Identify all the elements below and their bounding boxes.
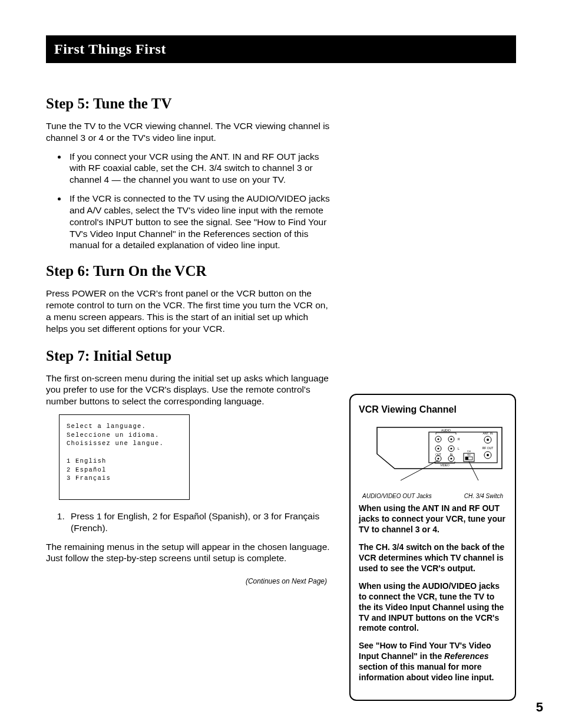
- label-rfout: RF OUT: [482, 446, 493, 450]
- sidebar-p1: When using the ANT IN and RF OUT jacks t…: [359, 503, 507, 535]
- sidebar-p2: The CH. 3/4 switch on the back of the VC…: [359, 542, 507, 574]
- svg-point-9: [450, 448, 452, 450]
- sidebar-p4: See "How to Find Your TV's Video Input C…: [359, 641, 507, 683]
- svg-text:CH: CH: [467, 450, 471, 453]
- step6-title: Step 6: Turn On the VCR: [46, 263, 332, 279]
- page-number: 5: [536, 700, 543, 715]
- vcr-channel-box: VCR Viewing Channel AUDIO R: [349, 394, 516, 701]
- main-column: Step 5: Tune the TV Tune the TV to the V…: [46, 95, 332, 704]
- step7-ol: Press 1 for English, 2 for Español (Span…: [46, 510, 332, 534]
- continues-note: (Continues on Next Page): [46, 577, 327, 585]
- step7-title: Step 7: Initial Setup: [46, 348, 332, 364]
- side-column: VCR Viewing Channel AUDIO R: [349, 95, 516, 704]
- sidebar-p3: When using the AUDIO/VIDEO jacks to conn…: [359, 581, 507, 634]
- language-screen: Select a language. Seleccione un idioma.…: [59, 414, 190, 500]
- svg-point-5: [450, 439, 452, 440]
- diag-label-left: AUDIO/VIDEO OUT Jacks: [362, 492, 432, 500]
- section-header: First Things First: [46, 35, 516, 63]
- svg-point-20: [487, 439, 489, 441]
- svg-point-11: [437, 458, 439, 460]
- step5-bullet-1: If you connect your VCR using the ANT. I…: [67, 151, 332, 186]
- label-antin: ANT. IN: [482, 431, 493, 435]
- svg-point-3: [437, 439, 439, 440]
- label-audio: AUDIO: [441, 429, 451, 432]
- step5-intro: Tune the TV to the VCR viewing channel. …: [46, 120, 332, 144]
- diag-label-right: CH. 3/4 Switch: [464, 492, 503, 500]
- svg-text:3|4: 3|4: [467, 453, 471, 456]
- step7-ol-1: Press 1 for English, 2 for Español (Span…: [67, 510, 332, 534]
- svg-rect-16: [465, 457, 468, 460]
- label-video: VIDEO: [440, 463, 449, 467]
- step7-intro: The first on-screen menu during the init…: [46, 373, 332, 407]
- step5-title: Step 5: Tune the TV: [46, 95, 332, 112]
- vcr-panel-diagram: AUDIO R L OUT IN V: [359, 421, 507, 486]
- sidebar-title: VCR Viewing Channel: [359, 403, 507, 416]
- step7-after: The remaining menus in the setup will ap…: [46, 541, 332, 565]
- step5-bullet-2: If the VCR is connected to the TV using …: [67, 193, 332, 251]
- label-r: R: [458, 437, 460, 441]
- svg-point-13: [450, 458, 452, 460]
- step6-body: Press POWER on the VCR's front panel or …: [46, 288, 332, 334]
- svg-point-22: [487, 454, 489, 456]
- step5-bullets: If you connect your VCR using the ANT. I…: [46, 151, 332, 252]
- svg-point-7: [437, 448, 439, 450]
- label-l: L: [458, 447, 459, 450]
